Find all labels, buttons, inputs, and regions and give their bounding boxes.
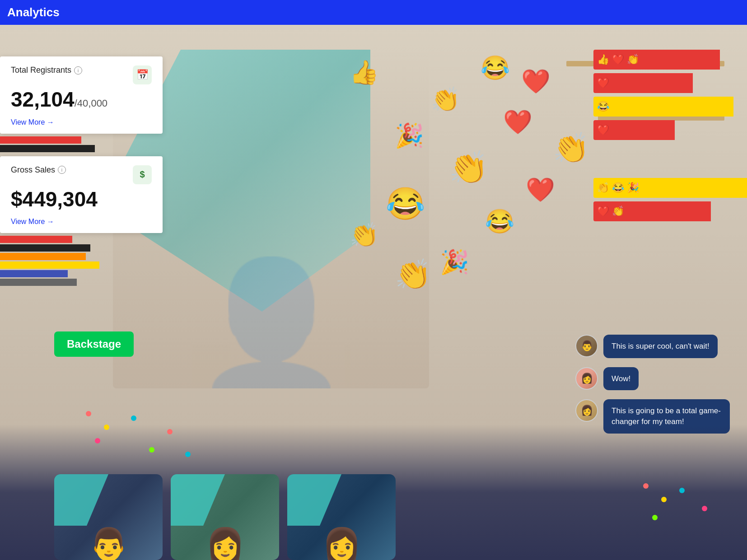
thumb-1-teal — [54, 474, 108, 526]
confetti-6 — [167, 429, 173, 434]
progress-bars-2 — [0, 236, 99, 287]
reaction-bar-yellow-2: 👏 😂 🎉 — [593, 178, 747, 198]
gross-sales-view-more-link[interactable]: View More → — [11, 218, 152, 226]
progress-bar-blue — [0, 270, 68, 277]
progress-bars-1 — [0, 136, 99, 154]
app-title: Analytics — [7, 5, 60, 19]
avatar-1-face: 👨 — [576, 336, 597, 356]
gross-sales-card-header: Gross Sales i $ — [11, 165, 152, 184]
registrants-suffix: /40,000 — [75, 98, 107, 109]
reaction-bar-red-4: ❤️ 👏 — [593, 201, 711, 221]
registrants-info-icon[interactable]: i — [74, 66, 82, 75]
registrants-icon-badge: 📅 — [133, 65, 152, 84]
registrants-number: 32,104 — [11, 88, 75, 111]
confetti-4 — [95, 438, 100, 443]
chat-bubble-2: Wow! — [603, 367, 639, 391]
backstage-thumbnails: 👨 👩 👩 — [45, 461, 747, 560]
presenter-silhouette: 👤 — [192, 262, 350, 388]
gross-sales-label-text: Gross Sales — [11, 165, 55, 175]
gross-sales-value: $449,304 — [11, 188, 152, 211]
gross-sales-dollar-icon: $ — [140, 169, 145, 180]
thumb-3-person: 👩 — [322, 528, 361, 560]
backstage-label: Backstage — [67, 338, 121, 350]
reaction-bar-yellow-1: 😂 — [593, 97, 733, 117]
progress-bar-red-2 — [0, 236, 72, 243]
gross-sales-view-more-text: View More → — [11, 218, 54, 226]
gross-sales-number: $449,304 — [11, 187, 98, 211]
registrants-value: 32,104/40,000 — [11, 88, 152, 111]
backstage-button[interactable]: Backstage — [54, 331, 134, 357]
registrants-calendar-icon: 📅 — [136, 69, 149, 81]
video-background: 👤 ❤️ 😂 👏 🎉 👍 👏 😂 👏 ❤️ ❤️ 😂 🎉 👏 👏 👍 ❤️ 👏 … — [0, 25, 747, 560]
registrants-label: Total Registrants i — [11, 65, 82, 75]
reaction-bar-red-2: ❤️ — [593, 73, 693, 93]
chat-avatar-3: 👩 — [575, 399, 598, 422]
chat-text-3: This is going to be a total game-changer… — [612, 406, 721, 426]
progress-bar-dark — [0, 145, 95, 152]
reaction-bar-red-3: ❤️ — [593, 120, 675, 140]
chat-avatar-1: 👨 — [575, 335, 598, 357]
thumbnail-1[interactable]: 👨 — [54, 474, 163, 560]
registrants-view-more-text: View More → — [11, 118, 54, 126]
progress-bar-yellow — [0, 261, 99, 269]
confetti-1 — [86, 411, 91, 416]
registrants-card-header: Total Registrants i 📅 — [11, 65, 152, 84]
confetti-area-left — [68, 402, 203, 470]
gross-sales-icon-badge: $ — [133, 165, 152, 184]
thumbnail-2[interactable]: 👩 — [171, 474, 279, 560]
confetti-7 — [185, 452, 191, 457]
chat-bubble-1: This is super cool, can't wait! — [603, 335, 718, 358]
reaction-bars: 👍 ❤️ 👏 ❤️ 😂 ❤️ 👏 😂 🎉 ❤️ 👏 — [593, 50, 747, 223]
progress-bar-red — [0, 136, 81, 144]
reaction-bar-red-1: 👍 ❤️ 👏 — [593, 50, 720, 70]
progress-bar-orange — [0, 253, 86, 260]
progress-bar-dark-2 — [0, 244, 90, 252]
thumb-1-person: 👨 — [89, 528, 128, 560]
thumb-2-person: 👩 — [205, 528, 245, 560]
chat-text-1: This is super cool, can't wait! — [612, 342, 710, 350]
chat-avatar-2: 👩 — [575, 367, 598, 390]
registrants-card: Total Registrants i 📅 32,104/40,000 View… — [0, 56, 163, 134]
gross-sales-label: Gross Sales i — [11, 165, 66, 175]
confetti-2 — [104, 425, 109, 430]
registrants-label-text: Total Registrants — [11, 65, 71, 75]
registrants-view-more-link[interactable]: View More → — [11, 118, 152, 126]
chat-message-2: 👩 Wow! — [575, 367, 747, 391]
progress-bar-gray — [0, 279, 77, 286]
avatar-3-face: 👩 — [576, 400, 597, 421]
avatar-2-face: 👩 — [576, 368, 597, 389]
gross-sales-info-icon[interactable]: i — [58, 166, 66, 174]
app-header: Analytics — [0, 0, 747, 25]
analytics-cards-container: Total Registrants i 📅 32,104/40,000 View… — [0, 56, 163, 288]
gross-sales-card: Gross Sales i $ $449,304 View More → — [0, 156, 163, 233]
confetti-3 — [131, 415, 136, 421]
thumb-3-teal — [287, 474, 341, 526]
thumbnail-3[interactable]: 👩 — [287, 474, 396, 560]
thumb-2-teal — [171, 474, 225, 526]
confetti-5 — [149, 447, 154, 453]
chat-text-2: Wow! — [612, 374, 630, 383]
chat-message-1: 👨 This is super cool, can't wait! — [575, 335, 747, 358]
